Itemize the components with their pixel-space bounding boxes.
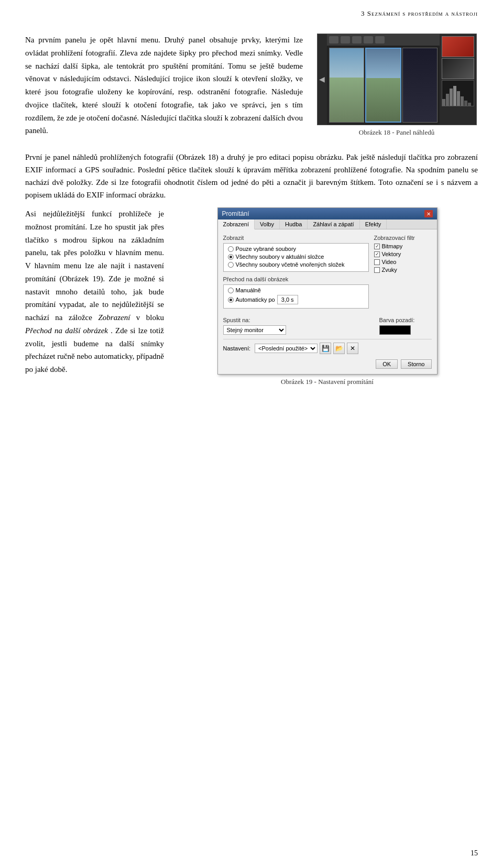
- cb-bitmapy-label: Bitmapy: [382, 243, 403, 249]
- radio-pouze-label: Pouze vybrané soubory: [236, 246, 297, 252]
- figure-19: Promítání ✕ Zobrazení Volby Hudba Záhlav…: [177, 207, 478, 386]
- barva-group: Barva pozadí:: [379, 317, 432, 335]
- dialog-action-buttons: OK Storno: [223, 359, 432, 369]
- radio-row-3: Všechny soubory včetně vnořených složek: [228, 261, 364, 268]
- pn-btn-1: [329, 36, 338, 43]
- spustit-label: Spustit na:: [223, 317, 374, 323]
- svg-rect-0: [442, 99, 445, 106]
- zobrazit-radio-group: Pouze vybrané soubory Všechny soubory v …: [223, 243, 369, 272]
- dialog-body: Zobrazit Pouze vybrané soubory Všechny s…: [218, 229, 437, 374]
- svg-rect-2: [450, 89, 453, 106]
- dialog-bottom-row: Spustit na: Stejný monitor Barva pozadí:: [223, 317, 432, 335]
- radio-vnorene[interactable]: [228, 262, 234, 268]
- cb-vektory[interactable]: [374, 251, 380, 257]
- radio-row-2: Všechny soubory v aktuální složce: [228, 254, 364, 260]
- cb-bitmapy-row: Bitmapy: [374, 243, 432, 249]
- pn-right-thumb-2: [442, 58, 474, 79]
- pn-photo-3: [402, 48, 438, 123]
- figure-18-caption: Obrázek 18 - Panel náhledů: [359, 128, 434, 137]
- paragraph-2: První je panel náhledů prohlížených foto…: [25, 151, 478, 201]
- cb-zvuky-label: Zvuky: [382, 267, 397, 273]
- pn-histogram: [442, 80, 474, 106]
- dialog-right-group: Zobrazovací filtr Bitmapy Vektory: [374, 235, 432, 313]
- pn-photo-2: [365, 48, 401, 123]
- nastaveni-row: Nastavení: <Poslední použité> 💾 📂 ✕: [223, 343, 432, 354]
- radio-auto[interactable]: [228, 297, 234, 303]
- text-italic-zobrazeni: Zobrazení: [98, 313, 130, 322]
- dialog-titlebar: Promítání ✕: [218, 208, 437, 219]
- figure-19-caption: Obrázek 19 - Nastavení promítání: [281, 378, 374, 386]
- radio-vnorene-label: Všechny soubory včetně vnořených složek: [236, 261, 345, 268]
- spustit-select[interactable]: Stejný monitor: [223, 325, 286, 335]
- pn-photo-1: [329, 48, 364, 123]
- cb-video-label: Video: [382, 259, 397, 265]
- radio-pouze[interactable]: [228, 246, 234, 252]
- prechod-manualne-row: Manuálně: [228, 287, 364, 293]
- cb-video[interactable]: [374, 259, 380, 265]
- radio-vsechny-label: Všechny soubory v aktuální složce: [236, 254, 324, 260]
- cb-zvuky[interactable]: [374, 267, 380, 273]
- page-header: 3 Seznámení s prostředím a nástroji: [0, 0, 503, 23]
- svg-rect-1: [446, 94, 449, 106]
- radio-manualne-label: Manuálně: [236, 287, 261, 293]
- zobrazovaci-filtr-label: Zobrazovací filtr: [374, 235, 432, 241]
- pn-btn-4: [364, 36, 373, 43]
- tab-zahlavi[interactable]: Záhlaví a zápatí: [308, 219, 359, 229]
- cb-bitmapy[interactable]: [374, 244, 380, 249]
- pn-btn-3: [352, 36, 362, 43]
- dialog-left-group: Zobrazit Pouze vybrané soubory Všechny s…: [223, 235, 369, 313]
- prechod-label: Přechod na další obrázek: [223, 276, 369, 282]
- auto-delay-input[interactable]: [277, 295, 298, 304]
- chapter-title: 3 Seznámení s prostředím a nástroji: [361, 9, 478, 17]
- tab-volby[interactable]: Volby: [255, 219, 280, 229]
- cb-vektory-label: Vektory: [382, 251, 401, 257]
- pn-right-thumb-1: [442, 36, 474, 57]
- barva-color-picker[interactable]: [379, 325, 411, 335]
- pn-main-area: [327, 34, 440, 125]
- svg-rect-4: [457, 91, 460, 106]
- left-arrow-icon: ◀: [318, 34, 327, 125]
- promitani-dialog: Promítání ✕ Zobrazení Volby Hudba Záhlav…: [217, 207, 438, 375]
- zobrazit-label: Zobrazit: [223, 235, 369, 241]
- prechod-radio-group: Manuálně Automaticky po: [223, 284, 369, 309]
- prechod-section: Přechod na další obrázek Manuálně Automa…: [223, 276, 369, 309]
- pn-btn-5: [375, 36, 385, 43]
- svg-rect-3: [453, 86, 456, 106]
- save-settings-button[interactable]: 💾: [320, 343, 331, 354]
- checkbox-group: Bitmapy Vektory Video: [374, 243, 432, 273]
- histogram-svg: [442, 81, 474, 106]
- figure-18: ◀: [315, 34, 478, 142]
- storno-button[interactable]: Storno: [401, 359, 431, 369]
- svg-rect-7: [468, 103, 471, 106]
- cb-video-row: Video: [374, 259, 432, 265]
- text-italic-prechod: Přechod na další obrázek: [25, 326, 108, 335]
- svg-rect-5: [461, 96, 464, 106]
- tab-zobrazeni[interactable]: Zobrazení: [218, 219, 255, 229]
- pn-btn-2: [341, 36, 350, 43]
- delete-settings-button[interactable]: ✕: [347, 343, 358, 354]
- ok-button[interactable]: OK: [376, 359, 398, 369]
- dialog-main-row: Zobrazit Pouze vybrané soubory Všechny s…: [223, 235, 432, 313]
- radio-auto-label: Automaticky po: [236, 296, 275, 303]
- pn-top-bar: [327, 34, 440, 46]
- page-number: 15: [471, 849, 478, 858]
- nastaveni-select[interactable]: <Poslední použité>: [255, 344, 318, 353]
- radio-vsechny[interactable]: [228, 254, 234, 260]
- cb-vektory-row: Vektory: [374, 251, 432, 257]
- main-text-left: Na prvním panelu je opět hlavní menu. Dr…: [25, 34, 303, 142]
- radio-row-1: Pouze vybrané soubory: [228, 246, 364, 252]
- tab-efekty[interactable]: Efekty: [360, 219, 387, 229]
- dialog-close-button[interactable]: ✕: [424, 210, 433, 217]
- barva-label: Barva pozadí:: [379, 317, 432, 323]
- pn-right-panel: [440, 34, 476, 125]
- radio-manualne[interactable]: [228, 288, 234, 293]
- load-settings-button[interactable]: 📂: [333, 343, 345, 354]
- prechod-auto-row: Automaticky po: [228, 295, 364, 304]
- main-text-left-bottom: Asi nejdůležitější funkcí prohlížeče je …: [25, 207, 164, 386]
- tab-hudba[interactable]: Hudba: [280, 219, 308, 229]
- dialog-tabs: Zobrazení Volby Hudba Záhlaví a zápatí E…: [218, 219, 437, 229]
- cb-zvuky-row: Zvuky: [374, 267, 432, 273]
- spustit-group: Spustit na: Stejný monitor: [223, 317, 374, 335]
- pn-photos-area: [327, 46, 440, 125]
- nastaveni-label: Nastavení:: [223, 345, 251, 351]
